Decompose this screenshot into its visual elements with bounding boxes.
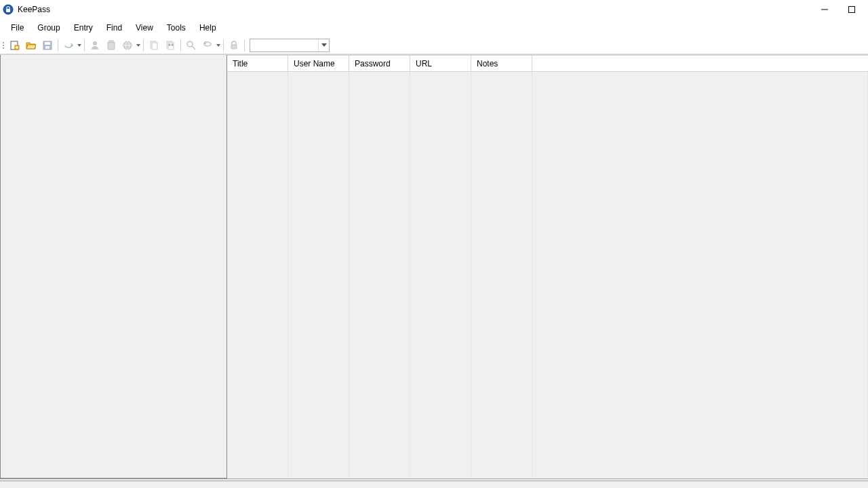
titlebar: KeePass: [0, 0, 868, 19]
quick-search-combo[interactable]: [250, 39, 330, 52]
toolbar-separator: [58, 39, 58, 52]
svg-rect-1: [6, 9, 10, 12]
svg-rect-10: [45, 46, 50, 49]
workspace: Title User Name Password URL Notes: [0, 54, 868, 479]
url-open-dropdown[interactable]: [136, 44, 141, 47]
menubar: File Group Entry Find View Tools Help: [0, 19, 868, 37]
save-all-button[interactable]: [61, 38, 76, 53]
new-database-button[interactable]: [7, 38, 22, 53]
column-header-title[interactable]: Title: [227, 56, 288, 71]
show-entries-dropdown[interactable]: [216, 44, 221, 47]
toolbar-separator: [84, 39, 85, 52]
column-header-username[interactable]: User Name: [288, 56, 349, 71]
lock-workspace-button[interactable]: [226, 38, 241, 53]
svg-rect-9: [45, 42, 50, 45]
svg-rect-3: [849, 7, 855, 13]
entry-detail-pane: [0, 481, 868, 488]
menu-file[interactable]: File: [4, 20, 31, 35]
toolbar-separator: [180, 39, 181, 52]
svg-text:••: ••: [168, 41, 174, 50]
svg-rect-18: [152, 43, 157, 49]
app-lock-icon: [3, 4, 14, 15]
chevron-down-icon[interactable]: [318, 39, 329, 52]
show-entries-button[interactable]: [200, 38, 215, 53]
svg-line-23: [192, 46, 195, 49]
copy-username-button[interactable]: [146, 38, 161, 53]
svg-point-11: [93, 41, 97, 45]
column-header-password[interactable]: Password: [349, 56, 410, 71]
group-tree-pane[interactable]: [0, 55, 227, 479]
column-header-spacer: [532, 56, 868, 71]
minimize-button[interactable]: [811, 0, 838, 19]
maximize-button[interactable]: [838, 0, 865, 19]
svg-rect-13: [109, 41, 113, 43]
toolbar-separator: [244, 39, 245, 52]
delete-entry-button[interactable]: [104, 38, 119, 53]
menu-help[interactable]: Help: [193, 20, 223, 35]
toolbar-grip[interactable]: [1, 39, 5, 52]
toolbar-separator: [143, 39, 144, 52]
save-all-dropdown[interactable]: [77, 44, 82, 47]
menu-tools[interactable]: Tools: [160, 20, 193, 35]
open-database-button[interactable]: [24, 38, 39, 53]
column-header-url[interactable]: URL: [410, 56, 471, 71]
find-button[interactable]: [184, 38, 199, 53]
entry-list-pane: Title User Name Password URL Notes: [227, 55, 868, 479]
svg-rect-12: [108, 42, 115, 49]
url-open-button[interactable]: [120, 38, 135, 53]
menu-entry[interactable]: Entry: [67, 20, 100, 35]
entry-list-body[interactable]: [227, 72, 868, 479]
svg-point-22: [187, 41, 193, 47]
column-header-notes[interactable]: Notes: [471, 56, 532, 71]
menu-group[interactable]: Group: [31, 20, 66, 35]
window-title: KeePass: [18, 5, 50, 14]
menu-view[interactable]: View: [129, 20, 160, 35]
add-entry-button[interactable]: [87, 38, 102, 53]
toolbar-separator: [223, 39, 224, 52]
copy-password-button[interactable]: ••: [163, 38, 178, 53]
svg-rect-24: [231, 45, 237, 49]
save-database-button[interactable]: [40, 38, 55, 53]
entry-list-header: Title User Name Password URL Notes: [227, 56, 868, 72]
toolbar: ••: [0, 37, 868, 54]
menu-find[interactable]: Find: [100, 20, 129, 35]
